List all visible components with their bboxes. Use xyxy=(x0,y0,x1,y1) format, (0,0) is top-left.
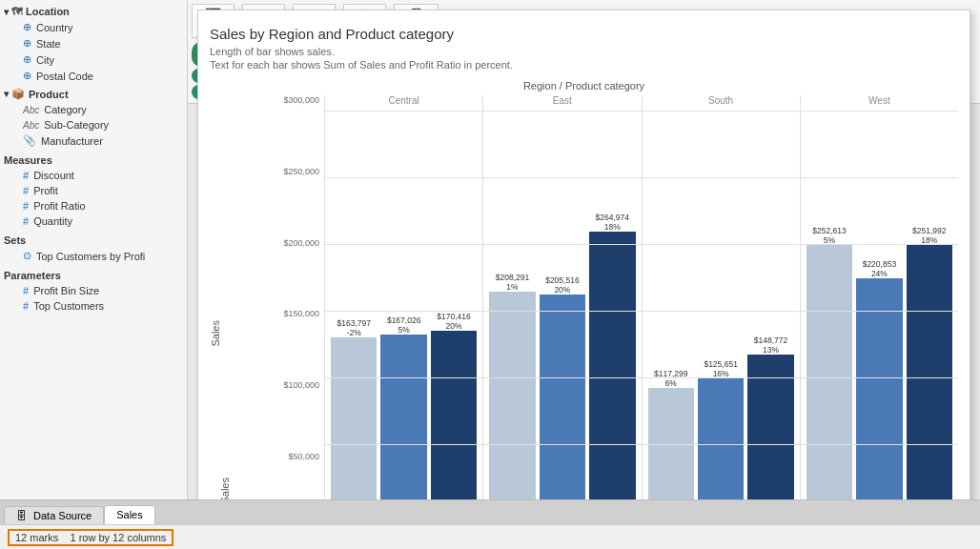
bar-south-office: $125,65116% xyxy=(698,359,744,499)
globe-icon-city: ⊕ xyxy=(23,53,31,66)
sets-header: Sets xyxy=(0,231,187,248)
label-south-tech: $148,77213% xyxy=(754,336,787,355)
central-bars: $163,797-2% $167,0265% $17 xyxy=(324,111,482,499)
label-south-office: $125,65116% xyxy=(704,359,737,378)
abc-icon-category: Abc xyxy=(23,105,39,115)
sales-y-label: Sales xyxy=(219,478,231,499)
bar-south-furniture: $117,2996% xyxy=(648,369,694,499)
label-east-office: $205,51620% xyxy=(545,275,579,295)
quantity-label: Quantity xyxy=(33,215,72,227)
bar-west-furniture: $252,6135% xyxy=(806,226,852,499)
status-marks: 12 marks 1 row by 12 columns xyxy=(8,529,174,546)
sidebar-item-discount[interactable]: # Discount xyxy=(0,168,187,183)
category-label: Category xyxy=(44,104,87,115)
y-axis-label: Sales xyxy=(210,320,221,347)
south-bars: $117,2996% $125,65116% $14 xyxy=(642,111,800,499)
bottom-area: 🗄 Data Source Sales 12 marks 1 row by 12… xyxy=(0,499,980,549)
db-icon: 🗄 xyxy=(16,510,27,521)
parameters-header: Parameters xyxy=(0,266,187,283)
rows-count: 1 row by 12 columns xyxy=(70,532,166,543)
region-central: Central xyxy=(324,95,482,111)
sidebar-item-category[interactable]: Abc Category xyxy=(0,102,187,117)
sidebar-header-location[interactable]: ▾ 🗺 Location xyxy=(0,4,187,19)
bar-rect-central-office xyxy=(380,335,426,499)
sidebar-item-profit-bin[interactable]: # Profit Bin Size xyxy=(0,283,187,298)
chart-body-wrapper: Sales $300,000 $250,000 $200,000 $150,00… xyxy=(210,95,958,499)
bar-rect-west-tech xyxy=(907,245,952,499)
city-label: City xyxy=(36,54,54,66)
country-label: Country xyxy=(36,22,73,33)
y-label-300k: $300,000 xyxy=(283,95,319,105)
bar-rect-central-tech xyxy=(431,331,477,499)
tab-data-source[interactable]: 🗄 Data Source xyxy=(4,506,104,524)
sidebar-item-top-customers-param[interactable]: # Top Customers xyxy=(0,298,187,314)
status-bar: 12 marks 1 row by 12 columns xyxy=(0,524,980,549)
hash-icon-profit-bin: # xyxy=(23,285,29,296)
sidebar-item-profit[interactable]: # Profit xyxy=(0,183,187,198)
y-label-100k: $100,000 xyxy=(283,380,319,390)
measures-header: Measures xyxy=(0,151,187,168)
sidebar-item-manufacturer[interactable]: 📎 Manufacturer xyxy=(0,132,187,149)
sidebar-item-quantity[interactable]: # Quantity xyxy=(0,214,187,229)
profit-ratio-label: Profit Ratio xyxy=(33,200,85,212)
chart-subtitle-2: Text for each bar shows Sum of Sales and… xyxy=(210,59,958,71)
sidebar-item-country[interactable]: ⊕ Country xyxy=(0,19,187,35)
main-layout: ▾ 🗺 Location ⊕ Country ⊕ State ⊕ City ⊕ … xyxy=(0,0,980,499)
sidebar-section-product: ▾ 📦 Product Abc Category Abc Sub-Categor… xyxy=(0,86,187,149)
y-axis: Sales xyxy=(210,95,267,499)
region-south: South xyxy=(642,95,800,111)
west-bars: $252,6135% $220,85324% $25 xyxy=(800,111,958,499)
chart-title: Sales by Region and Product category xyxy=(210,26,958,42)
chevron-location: ▾ xyxy=(4,7,9,17)
postal-label: Postal Code xyxy=(36,71,93,82)
y-label-50k: $50,000 xyxy=(288,452,319,461)
bars-with-grid: $300,000 $250,000 $200,000 $150,000 $100… xyxy=(267,95,958,499)
label-south-furniture: $117,2996% xyxy=(654,369,687,388)
right-panel: ⬛ Color ▭ Size L L ⠿ Detail 💬 Tooltip xyxy=(188,0,980,499)
bar-central-furniture: $163,797-2% xyxy=(331,318,377,499)
hash-icon-discount: # xyxy=(23,170,29,181)
tab-sales-label: Sales xyxy=(116,509,143,520)
label-central-furniture: $163,797-2% xyxy=(337,318,370,337)
bar-east-tech: $264,97418% xyxy=(589,213,635,499)
sidebar-item-city[interactable]: ⊕ City xyxy=(0,51,187,68)
location-label: Location xyxy=(26,6,70,17)
y-label-250k: $250,000 xyxy=(283,167,319,176)
bar-rect-central-furniture xyxy=(331,337,377,499)
label-central-tech: $170,41620% xyxy=(437,312,470,331)
discount-label: Discount xyxy=(33,170,74,181)
sidebar: ▾ 🗺 Location ⊕ Country ⊕ State ⊕ City ⊕ … xyxy=(0,0,188,499)
bar-rect-west-furniture xyxy=(806,245,852,499)
bar-rect-east-furniture xyxy=(489,292,535,499)
sidebar-item-postal[interactable]: ⊕ Postal Code xyxy=(0,68,187,84)
hash-icon-profit-ratio: # xyxy=(23,200,29,212)
chart-subtitle-1: Length of bar shows sales. xyxy=(210,46,958,57)
chevron-product: ▾ xyxy=(4,89,9,99)
measures-label: Measures xyxy=(4,154,52,166)
bar-west-tech: $251,99218% xyxy=(907,226,952,499)
sets-icon: ⊙ xyxy=(23,250,31,262)
bar-south-tech: $148,77213% xyxy=(747,336,793,499)
tab-sales[interactable]: Sales xyxy=(104,505,155,524)
tabs-area: 🗄 Data Source Sales xyxy=(0,499,980,524)
hash-icon-quantity: # xyxy=(23,215,29,227)
bar-rect-south-furniture xyxy=(648,388,694,499)
sidebar-item-profit-ratio[interactable]: # Profit Ratio xyxy=(0,198,187,214)
east-bars: $208,2911% $205,51620% $26 xyxy=(482,111,641,499)
sidebar-section-location: ▾ 🗺 Location ⊕ Country ⊕ State ⊕ City ⊕ … xyxy=(0,4,187,84)
sidebar-item-subcategory[interactable]: Abc Sub-Category xyxy=(0,117,187,132)
label-west-furniture: $252,6135% xyxy=(812,226,846,245)
sidebar-section-sets: Sets ⊙ Top Customers by Profi xyxy=(0,231,187,264)
bar-rect-south-tech xyxy=(747,355,793,499)
sidebar-item-top-customers[interactable]: ⊙ Top Customers by Profi xyxy=(0,248,187,264)
label-east-furniture: $208,2911% xyxy=(496,273,529,292)
sets-label: Sets xyxy=(4,234,26,246)
bar-rect-east-office xyxy=(540,295,585,499)
sidebar-section-measures: Measures # Discount # Profit # Profit Ra… xyxy=(0,151,187,229)
sidebar-header-product[interactable]: ▾ 📦 Product xyxy=(0,86,187,102)
top-customers-label: Top Customers by Profi xyxy=(36,251,145,262)
region-west: West xyxy=(800,95,958,111)
sidebar-item-state[interactable]: ⊕ State xyxy=(0,35,187,51)
product-header-label: Product xyxy=(29,89,69,100)
y-label-200k: $200,000 xyxy=(283,238,319,248)
